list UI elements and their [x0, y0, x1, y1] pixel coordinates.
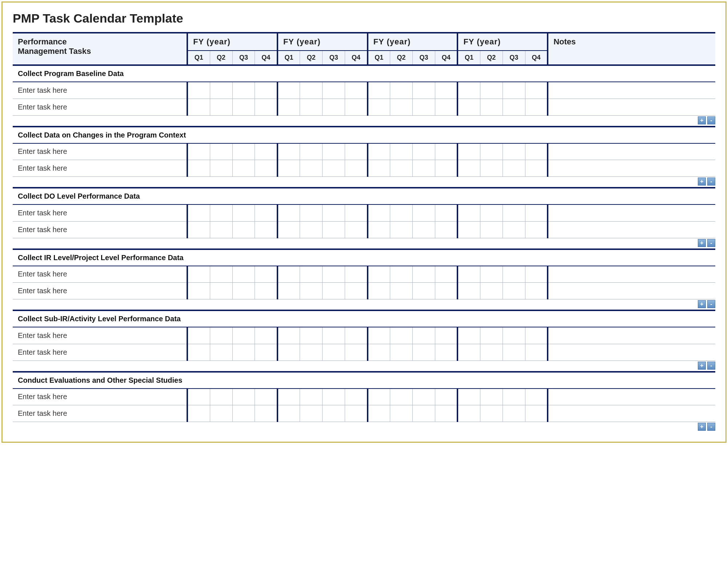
add-row-button[interactable]: + [698, 116, 706, 124]
quarter-cell[interactable] [368, 143, 390, 160]
quarter-cell[interactable] [525, 389, 548, 405]
quarter-cell[interactable] [187, 221, 210, 238]
quarter-cell[interactable] [503, 82, 525, 99]
quarter-cell[interactable] [277, 389, 300, 405]
quarter-cell[interactable] [413, 143, 435, 160]
add-row-button[interactable]: + [698, 239, 706, 247]
quarter-cell[interactable] [413, 389, 435, 405]
quarter-cell[interactable] [300, 99, 323, 115]
task-name-cell[interactable]: Enter task here [13, 221, 187, 238]
task-name-cell[interactable]: Enter task here [13, 405, 187, 422]
quarter-cell[interactable] [232, 389, 255, 405]
quarter-cell[interactable] [187, 405, 210, 422]
task-name-cell[interactable]: Enter task here [13, 160, 187, 177]
task-name-cell[interactable]: Enter task here [13, 389, 187, 405]
quarter-cell[interactable] [435, 204, 457, 221]
quarter-cell[interactable] [503, 160, 525, 177]
quarter-cell[interactable] [187, 283, 210, 299]
quarter-cell[interactable] [435, 389, 457, 405]
quarter-cell[interactable] [525, 99, 548, 115]
quarter-cell[interactable] [435, 143, 457, 160]
quarter-cell[interactable] [300, 160, 323, 177]
quarter-cell[interactable] [413, 82, 435, 99]
quarter-cell[interactable] [277, 160, 300, 177]
notes-cell[interactable] [548, 327, 715, 344]
remove-row-button[interactable]: - [707, 178, 715, 186]
task-name-cell[interactable]: Enter task here [13, 99, 187, 115]
quarter-cell[interactable] [232, 405, 255, 422]
quarter-cell[interactable] [503, 143, 525, 160]
notes-cell[interactable] [548, 204, 715, 221]
quarter-cell[interactable] [457, 283, 480, 299]
quarter-cell[interactable] [368, 82, 390, 99]
task-name-cell[interactable]: Enter task here [13, 266, 187, 283]
quarter-cell[interactable] [413, 266, 435, 283]
quarter-cell[interactable] [300, 327, 323, 344]
quarter-cell[interactable] [503, 405, 525, 422]
remove-row-button[interactable]: - [707, 423, 715, 431]
quarter-cell[interactable] [300, 405, 323, 422]
quarter-cell[interactable] [323, 99, 345, 115]
quarter-cell[interactable] [300, 143, 323, 160]
quarter-cell[interactable] [232, 143, 255, 160]
quarter-cell[interactable] [503, 283, 525, 299]
quarter-cell[interactable] [457, 344, 480, 361]
quarter-cell[interactable] [457, 266, 480, 283]
quarter-cell[interactable] [413, 405, 435, 422]
quarter-cell[interactable] [390, 82, 413, 99]
task-name-cell[interactable]: Enter task here [13, 327, 187, 344]
quarter-cell[interactable] [480, 405, 503, 422]
remove-row-button[interactable]: - [707, 362, 715, 370]
quarter-cell[interactable] [368, 221, 390, 238]
quarter-cell[interactable] [525, 266, 548, 283]
quarter-cell[interactable] [255, 327, 277, 344]
quarter-cell[interactable] [323, 266, 345, 283]
quarter-cell[interactable] [187, 344, 210, 361]
quarter-cell[interactable] [525, 327, 548, 344]
quarter-cell[interactable] [277, 327, 300, 344]
quarter-cell[interactable] [255, 204, 277, 221]
quarter-cell[interactable] [435, 221, 457, 238]
quarter-cell[interactable] [232, 266, 255, 283]
quarter-cell[interactable] [435, 344, 457, 361]
quarter-cell[interactable] [525, 143, 548, 160]
quarter-cell[interactable] [210, 143, 232, 160]
quarter-cell[interactable] [368, 327, 390, 344]
quarter-cell[interactable] [368, 405, 390, 422]
quarter-cell[interactable] [390, 405, 413, 422]
task-name-cell[interactable]: Enter task here [13, 344, 187, 361]
quarter-cell[interactable] [210, 327, 232, 344]
quarter-cell[interactable] [435, 266, 457, 283]
quarter-cell[interactable] [525, 82, 548, 99]
quarter-cell[interactable] [323, 389, 345, 405]
quarter-cell[interactable] [255, 99, 277, 115]
quarter-cell[interactable] [525, 344, 548, 361]
quarter-cell[interactable] [232, 344, 255, 361]
quarter-cell[interactable] [480, 283, 503, 299]
notes-cell[interactable] [548, 160, 715, 177]
quarter-cell[interactable] [390, 327, 413, 344]
quarter-cell[interactable] [210, 204, 232, 221]
quarter-cell[interactable] [255, 160, 277, 177]
quarter-cell[interactable] [210, 389, 232, 405]
quarter-cell[interactable] [345, 344, 368, 361]
quarter-cell[interactable] [277, 143, 300, 160]
quarter-cell[interactable] [300, 266, 323, 283]
quarter-cell[interactable] [345, 160, 368, 177]
notes-cell[interactable] [548, 221, 715, 238]
quarter-cell[interactable] [413, 204, 435, 221]
quarter-cell[interactable] [232, 221, 255, 238]
task-name-cell[interactable]: Enter task here [13, 82, 187, 99]
quarter-cell[interactable] [232, 99, 255, 115]
remove-row-button[interactable]: - [707, 300, 715, 308]
notes-cell[interactable] [548, 266, 715, 283]
quarter-cell[interactable] [255, 344, 277, 361]
quarter-cell[interactable] [277, 405, 300, 422]
quarter-cell[interactable] [323, 82, 345, 99]
quarter-cell[interactable] [255, 405, 277, 422]
quarter-cell[interactable] [300, 389, 323, 405]
quarter-cell[interactable] [390, 99, 413, 115]
quarter-cell[interactable] [390, 143, 413, 160]
add-row-button[interactable]: + [698, 362, 706, 370]
quarter-cell[interactable] [323, 405, 345, 422]
